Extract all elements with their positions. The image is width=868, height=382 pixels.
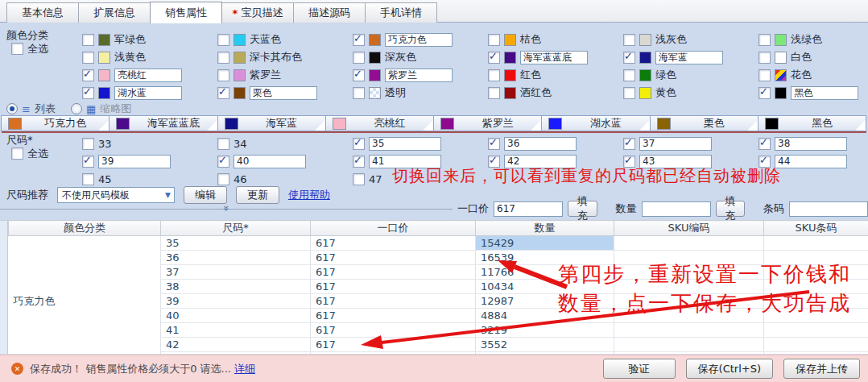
sku-code-cell[interactable] (614, 323, 764, 338)
color-name-input[interactable] (791, 86, 858, 100)
color-name-input[interactable] (114, 69, 182, 82)
color-tab[interactable]: 栗色 (650, 115, 758, 131)
color-name-input[interactable] (385, 33, 453, 47)
size-name-input[interactable] (775, 155, 847, 168)
color-checkbox[interactable] (758, 52, 771, 64)
size-cell[interactable]: 37 (161, 265, 311, 280)
price-cell[interactable]: 617 (311, 294, 476, 309)
empty-cell[interactable] (476, 352, 614, 355)
tab-4[interactable]: *宝贝描述 (221, 2, 294, 23)
size-name-input[interactable] (504, 137, 577, 151)
size-name-input[interactable] (369, 137, 441, 151)
size-cell[interactable]: 42 (161, 338, 311, 352)
sku-code-cell[interactable] (614, 236, 764, 251)
qty-cell[interactable]: 3552 (476, 338, 614, 352)
price-cell[interactable]: 617 (311, 251, 476, 265)
color-checkbox[interactable] (488, 52, 500, 64)
color-checkbox[interactable] (82, 87, 94, 99)
color-checkbox[interactable] (758, 34, 771, 46)
detail-link[interactable]: 详细 (234, 362, 255, 376)
save-button[interactable]: 保存(Ctrl+S) (686, 359, 773, 379)
size-checkbox[interactable] (353, 156, 365, 168)
save-and-upload-button[interactable]: 保存并上传 (783, 359, 860, 379)
empty-cell[interactable] (764, 352, 868, 355)
color-tab[interactable]: 海军蓝蓝底 (109, 115, 217, 131)
update-button[interactable]: 更新 (236, 186, 279, 204)
color-checkbox[interactable] (217, 69, 229, 81)
tab-2[interactable]: 扩展信息 (78, 2, 151, 23)
color-checkbox[interactable] (217, 52, 229, 64)
color-checkbox[interactable] (82, 69, 94, 81)
tab-3[interactable]: 销售属性 (150, 2, 222, 23)
size-template-select[interactable]: 不使用尺码模板 ▼ (57, 187, 175, 203)
size-checkbox[interactable] (217, 156, 229, 168)
price-cell[interactable]: 617 (311, 280, 476, 294)
empty-cell[interactable] (311, 352, 476, 355)
sku-code-cell[interactable] (614, 338, 764, 352)
color-checkbox[interactable] (353, 52, 365, 64)
empty-cell[interactable] (161, 352, 311, 355)
size-cell[interactable]: 35 (161, 236, 311, 251)
qty-input[interactable] (642, 201, 711, 217)
select-all-colors-checkbox[interactable] (11, 43, 23, 55)
color-checkbox[interactable] (488, 87, 500, 99)
size-checkbox[interactable] (82, 173, 94, 185)
size-cell[interactable]: 36 (161, 251, 311, 265)
color-name-input[interactable] (250, 86, 317, 100)
size-name-input[interactable] (98, 155, 171, 168)
barcode-input[interactable] (789, 201, 868, 217)
color-tab[interactable]: 黑色 (758, 115, 866, 131)
size-checkbox[interactable] (758, 138, 771, 150)
size-checkbox[interactable] (623, 138, 635, 150)
price-fill-button[interactable]: 填充 (568, 201, 597, 217)
color-checkbox[interactable] (82, 34, 94, 46)
size-checkbox[interactable] (353, 138, 365, 150)
size-cell[interactable]: 38 (161, 280, 311, 294)
size-checkbox[interactable] (82, 138, 94, 150)
color-checkbox[interactable] (353, 34, 365, 46)
color-checkbox[interactable] (758, 69, 771, 81)
color-tab[interactable]: 亮桃红 (325, 115, 434, 131)
size-checkbox[interactable] (353, 173, 365, 185)
color-name-input[interactable] (114, 86, 182, 100)
sku-barcode-cell[interactable] (764, 236, 868, 251)
color-tab[interactable]: 紫罗兰 (433, 115, 542, 131)
color-checkbox[interactable] (217, 87, 229, 99)
select-all-sizes-checkbox[interactable] (11, 147, 23, 160)
price-cell[interactable]: 617 (311, 309, 476, 323)
color-tab[interactable]: 巧克力色 (1, 115, 110, 131)
empty-cell[interactable] (614, 352, 764, 355)
price-cell[interactable]: 617 (311, 338, 476, 352)
size-checkbox[interactable] (217, 138, 229, 150)
size-checkbox[interactable] (82, 156, 94, 168)
collapse-chevron-icon[interactable]: » (221, 206, 233, 212)
tab-5[interactable]: 描述源码 (293, 2, 366, 23)
qty-cell[interactable]: 3219 (476, 323, 614, 338)
thumbnail-view-radio[interactable] (71, 103, 82, 114)
size-cell[interactable]: 39 (161, 294, 311, 309)
size-cell[interactable]: 40 (161, 309, 311, 323)
tab-1[interactable]: 基本信息 (6, 2, 79, 23)
color-checkbox[interactable] (82, 52, 94, 64)
color-name-input[interactable] (520, 51, 588, 64)
color-tab[interactable]: 湖水蓝 (541, 115, 650, 131)
color-checkbox[interactable] (217, 34, 229, 46)
color-name-input[interactable] (385, 69, 453, 82)
color-checkbox[interactable] (623, 52, 635, 64)
price-cell[interactable]: 617 (311, 323, 476, 338)
color-checkbox[interactable] (623, 34, 635, 46)
price-cell[interactable]: 617 (311, 265, 476, 280)
color-checkbox[interactable] (353, 87, 365, 99)
tab-6[interactable]: 手机详情 (365, 2, 437, 23)
size-checkbox[interactable] (217, 173, 229, 185)
size-name-input[interactable] (639, 137, 712, 151)
color-checkbox[interactable] (758, 87, 771, 99)
list-view-radio[interactable] (6, 103, 18, 114)
color-tab[interactable]: 海军蓝 (217, 115, 326, 131)
validate-button[interactable]: 验证 (603, 359, 676, 379)
size-cell[interactable]: 41 (161, 323, 311, 338)
edit-button[interactable]: 编辑 (184, 186, 227, 204)
color-checkbox[interactable] (488, 69, 500, 81)
color-checkbox[interactable] (488, 34, 500, 46)
help-link[interactable]: 使用帮助 (288, 188, 330, 202)
